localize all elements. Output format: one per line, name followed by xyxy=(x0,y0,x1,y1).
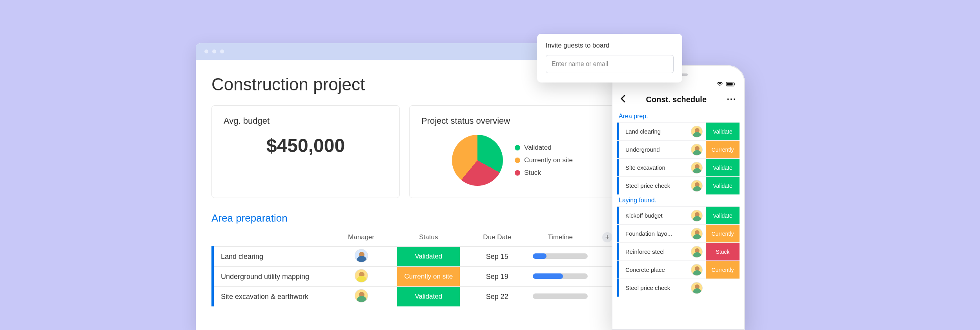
due-cell[interactable]: Sep 22 xyxy=(473,287,521,307)
phone-mock: Const. schedule ··· Area prep.Land clear… xyxy=(612,65,745,330)
col-header-due: Due Date xyxy=(473,228,521,247)
status-card-title: Project status overview xyxy=(421,116,603,126)
table-row[interactable]: Site excavation & earthworkValidatedSep … xyxy=(213,287,616,307)
row-name: Concrete place xyxy=(622,266,688,273)
back-button[interactable] xyxy=(620,94,626,105)
avatar[interactable] xyxy=(355,249,368,262)
status-badge[interactable]: Stuck xyxy=(706,243,740,260)
svg-rect-2 xyxy=(734,83,735,85)
row-name: Underground xyxy=(622,146,688,153)
invite-input[interactable] xyxy=(546,55,674,73)
status-cell[interactable]: Currently on site xyxy=(384,267,473,287)
status-badge[interactable]: Validate xyxy=(706,177,740,194)
legend-item: Stuck xyxy=(515,169,573,177)
avatar[interactable] xyxy=(691,246,703,258)
row-accent-icon xyxy=(617,177,619,194)
svg-rect-1 xyxy=(727,83,733,86)
add-column-button[interactable]: + xyxy=(602,232,612,242)
legend-label: Validated xyxy=(524,144,552,152)
status-badge[interactable] xyxy=(706,279,740,297)
avatar[interactable] xyxy=(691,144,703,156)
status-badge[interactable]: Currently xyxy=(706,225,740,242)
status-badge[interactable]: Validated xyxy=(397,287,460,306)
status-badge[interactable]: Validate xyxy=(706,123,740,140)
legend-dot-icon xyxy=(515,158,520,163)
row-name: Land clearing xyxy=(622,128,688,135)
manager-cell[interactable] xyxy=(338,267,384,287)
list-item[interactable]: UndergroundCurrently xyxy=(617,140,740,158)
avatar[interactable] xyxy=(691,210,703,222)
col-header-status: Status xyxy=(384,228,473,247)
legend-item: Currently on site xyxy=(515,156,573,164)
list-item[interactable]: Concrete placeCurrently xyxy=(617,260,740,279)
row-accent-icon xyxy=(617,123,619,140)
row-name: Steel price check xyxy=(622,284,688,291)
list-item[interactable]: Kickoff budgetValidate xyxy=(617,206,740,224)
window-dot-icon xyxy=(220,50,224,53)
timeline-bar[interactable] xyxy=(533,253,588,259)
table-row[interactable]: Land clearingValidatedSep 15 xyxy=(213,247,616,267)
wifi-icon xyxy=(717,81,723,88)
timeline-bar[interactable] xyxy=(533,293,588,299)
avatar[interactable] xyxy=(355,289,368,302)
budget-value: $450,000 xyxy=(224,135,388,156)
row-name: Foundation layo... xyxy=(622,230,688,237)
list-item[interactable]: Steel price check xyxy=(617,279,740,297)
list-item[interactable]: Reinforce steelStuck xyxy=(617,242,740,260)
avatar[interactable] xyxy=(691,180,703,192)
manager-cell[interactable] xyxy=(338,247,384,267)
phone-section-title[interactable]: Area prep. xyxy=(617,110,740,122)
avatar[interactable] xyxy=(691,228,703,240)
more-button[interactable]: ··· xyxy=(727,94,736,104)
status-card: Project status overview Validated Curren… xyxy=(409,105,616,198)
timeline-cell[interactable] xyxy=(521,267,599,287)
row-accent-icon xyxy=(617,225,619,242)
task-name[interactable]: Underground utility mapping xyxy=(213,267,338,287)
battery-icon xyxy=(726,81,736,88)
status-cell[interactable]: Validated xyxy=(384,247,473,267)
status-badge[interactable]: Validate xyxy=(706,207,740,224)
legend-item: Validated xyxy=(515,144,573,152)
row-accent-icon xyxy=(617,141,619,158)
row-accent-icon xyxy=(617,159,619,176)
status-badge[interactable]: Validate xyxy=(706,159,740,176)
list-item[interactable]: Steel price checkValidate xyxy=(617,176,740,194)
row-name: Steel price check xyxy=(622,182,688,189)
col-header-manager: Manager xyxy=(338,228,384,247)
list-item[interactable]: Site excavationValidate xyxy=(617,158,740,176)
col-header-task xyxy=(213,228,338,247)
row-name: Site excavation xyxy=(622,164,688,171)
manager-cell[interactable] xyxy=(338,287,384,307)
timeline-cell[interactable] xyxy=(521,247,599,267)
task-table: Manager Status Due Date Timeline + Land … xyxy=(211,228,616,306)
due-cell[interactable]: Sep 15 xyxy=(473,247,521,267)
legend-dot-icon xyxy=(515,170,520,176)
window-dot-icon xyxy=(204,50,208,53)
status-badge[interactable]: Currently xyxy=(706,141,740,158)
section-title[interactable]: Area preparation xyxy=(211,212,616,224)
avatar[interactable] xyxy=(691,162,703,174)
timeline-cell[interactable] xyxy=(521,287,599,307)
due-cell[interactable]: Sep 19 xyxy=(473,267,521,287)
table-row[interactable]: Underground utility mappingCurrently on … xyxy=(213,267,616,287)
row-accent-icon xyxy=(617,207,619,224)
list-item[interactable]: Land clearingValidate xyxy=(617,122,740,140)
invite-title: Invite guests to board xyxy=(546,42,674,50)
phone-section-title[interactable]: Laying found. xyxy=(617,194,740,206)
status-badge[interactable]: Currently xyxy=(706,261,740,279)
task-name[interactable]: Site excavation & earthwork xyxy=(213,287,338,307)
status-cell[interactable]: Validated xyxy=(384,287,473,307)
row-name: Kickoff budget xyxy=(622,212,688,219)
task-name[interactable]: Land clearing xyxy=(213,247,338,267)
status-badge[interactable]: Validated xyxy=(397,247,460,266)
window-dot-icon xyxy=(212,50,216,53)
row-accent-icon xyxy=(617,279,619,297)
avatar[interactable] xyxy=(691,282,703,294)
avatar[interactable] xyxy=(691,264,703,276)
status-badge[interactable]: Currently on site xyxy=(397,267,460,286)
avatar[interactable] xyxy=(691,126,703,138)
list-item[interactable]: Foundation layo...Currently xyxy=(617,224,740,242)
timeline-bar[interactable] xyxy=(533,273,588,279)
avatar[interactable] xyxy=(355,269,368,282)
col-header-timeline: Timeline xyxy=(521,228,599,247)
